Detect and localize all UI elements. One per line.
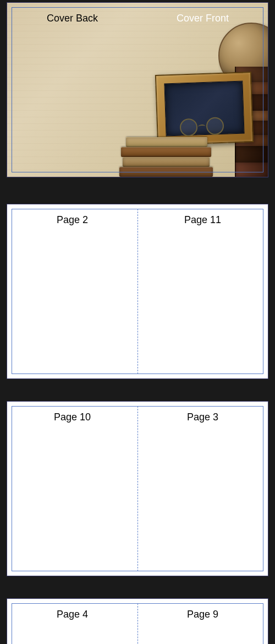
spectacles-icon xyxy=(179,117,224,136)
page-label-left: Page 4 xyxy=(7,609,138,620)
stacked-book xyxy=(119,167,213,177)
page-label-left: Page 10 xyxy=(7,412,138,423)
page-label-left: Page 2 xyxy=(7,214,138,226)
cover-background xyxy=(7,3,268,177)
stacked-book xyxy=(123,157,210,167)
fold-line xyxy=(138,406,138,571)
page-label-right: Page 3 xyxy=(138,412,268,423)
spread-cover[interactable]: Cover Back Cover Front xyxy=(7,2,268,177)
spread-page[interactable]: Page 10 Page 3 xyxy=(7,401,268,576)
spread-labels: Cover Back Cover Front xyxy=(7,13,268,24)
stacked-book xyxy=(121,147,211,157)
spread-labels: Page 4 Page 9 xyxy=(7,609,268,620)
stacked-books xyxy=(119,137,213,177)
spread-labels: Page 10 Page 3 xyxy=(7,412,268,423)
book-spine xyxy=(235,146,268,163)
page-label-right: Page 11 xyxy=(138,214,268,226)
spread-labels: Page 2 Page 11 xyxy=(7,214,268,226)
book-spine xyxy=(235,163,268,177)
page-label-right: Page 9 xyxy=(138,609,268,620)
stacked-book xyxy=(126,137,207,147)
bridge xyxy=(198,125,206,129)
lens-left xyxy=(179,118,198,137)
cover-back-label: Cover Back xyxy=(7,13,138,24)
lens-right xyxy=(206,117,224,136)
fold-line xyxy=(138,209,138,374)
spread-page[interactable]: Page 4 Page 9 xyxy=(7,598,268,644)
cover-front-label: Cover Front xyxy=(138,13,268,24)
spread-page[interactable]: Page 2 Page 11 xyxy=(7,204,268,379)
